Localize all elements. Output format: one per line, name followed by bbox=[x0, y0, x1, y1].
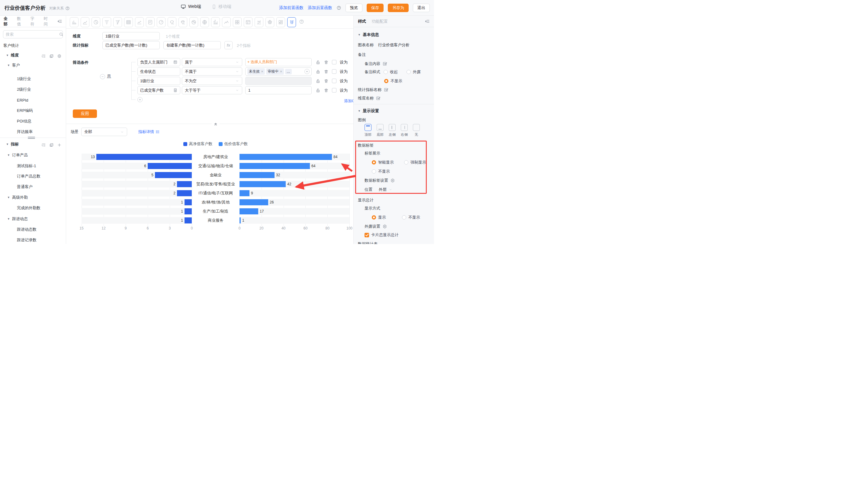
remove-tag-icon[interactable]: ✕ bbox=[280, 70, 282, 73]
charttype-bar-label-button[interactable] bbox=[211, 17, 220, 27]
collapse-panel-icon[interactable] bbox=[57, 19, 62, 24]
sidebar-item-跟进动态数[interactable]: 跟进动态数 bbox=[17, 226, 36, 233]
lock-open-icon[interactable] bbox=[316, 88, 320, 93]
bar-right[interactable] bbox=[240, 181, 286, 187]
scene-select[interactable]: 全部 bbox=[81, 127, 127, 136]
bar-left[interactable] bbox=[177, 181, 192, 187]
charttype-compare-list-button[interactable] bbox=[287, 17, 296, 27]
tab-web[interactable]: Web端 bbox=[181, 4, 201, 9]
radio-hide-total[interactable] bbox=[402, 215, 406, 220]
remove-tag-icon[interactable]: ✕ bbox=[261, 70, 264, 73]
trash-icon[interactable] bbox=[324, 60, 329, 65]
bar-left[interactable] bbox=[185, 208, 192, 214]
indent-tree-icon[interactable] bbox=[41, 143, 46, 147]
tab-style[interactable]: 样式 bbox=[358, 19, 366, 24]
gear-icon[interactable] bbox=[390, 178, 395, 183]
lock-closed-icon[interactable] bbox=[316, 69, 320, 74]
gear-icon[interactable] bbox=[382, 224, 387, 229]
bar-right[interactable] bbox=[240, 154, 332, 160]
sidebar-item-普通客户[interactable]: 普通客户 bbox=[17, 183, 33, 190]
more-tags[interactable]: … bbox=[285, 69, 292, 75]
sidebar-item-2级行业[interactable]: 2级行业 bbox=[17, 86, 31, 93]
legend-position-none[interactable]: 无 bbox=[413, 124, 420, 137]
help-icon[interactable] bbox=[336, 5, 341, 10]
help-icon[interactable] bbox=[65, 6, 70, 10]
radio-collapse[interactable] bbox=[383, 70, 388, 74]
save-as-button[interactable]: 另存为 bbox=[388, 4, 409, 12]
bar-left[interactable] bbox=[177, 190, 192, 196]
settings-gear-icon[interactable] bbox=[57, 54, 62, 58]
card-total-checkbox[interactable] bbox=[365, 233, 369, 237]
add-filter-button[interactable] bbox=[137, 97, 143, 102]
object-relation-link[interactable]: 对象关系 bbox=[49, 6, 64, 11]
tab-mobile[interactable]: 移动端 bbox=[211, 4, 231, 9]
metric-field[interactable]: 创建客户数(唯一计数) bbox=[163, 41, 221, 49]
filter-value[interactable]: + 选择人员和部门 bbox=[245, 58, 312, 66]
sidebar-item-ERPId[interactable]: ERPId bbox=[17, 97, 28, 104]
sidebar-item-高级外勤[interactable]: ▼高级外勤 bbox=[7, 194, 28, 201]
add-tag-button[interactable] bbox=[304, 69, 310, 74]
add-pre-function-link[interactable]: 添加前置函数 bbox=[279, 5, 304, 10]
edit-icon[interactable] bbox=[376, 96, 380, 101]
set-as-checkbox[interactable] bbox=[332, 88, 336, 92]
legend-position-left[interactable]: 左侧 bbox=[389, 124, 396, 137]
charttype-table-button[interactable] bbox=[124, 17, 133, 27]
sidebar-resize-handle[interactable] bbox=[0, 138, 66, 138]
filter-operator-select[interactable]: 属于 bbox=[182, 58, 242, 66]
apply-button[interactable]: 应用 bbox=[73, 110, 97, 118]
exit-button[interactable]: 退出 bbox=[413, 4, 430, 12]
bar-right[interactable] bbox=[240, 172, 275, 178]
filter-operator-select[interactable]: 大于等于 bbox=[182, 86, 242, 94]
set-as-checkbox[interactable] bbox=[332, 79, 336, 83]
and-connector[interactable]: 且 bbox=[100, 74, 111, 79]
sidebar-item-POI信息[interactable]: POI信息 bbox=[17, 118, 31, 124]
legend-item[interactable]: 低价值客户数 bbox=[219, 141, 248, 147]
filter-field-select[interactable]: 负责人主属部门 bbox=[137, 58, 180, 66]
legend-item[interactable]: 高净值客户数 bbox=[183, 141, 213, 147]
radio-smart-display[interactable] bbox=[372, 160, 376, 165]
set-as-checkbox[interactable] bbox=[332, 60, 336, 64]
bar-left[interactable] bbox=[148, 163, 192, 169]
charttype-funnel-button[interactable] bbox=[102, 17, 111, 27]
tab-string[interactable]: 字符 bbox=[31, 16, 37, 27]
position-value[interactable]: 外层 bbox=[379, 187, 386, 192]
radio-show-total[interactable] bbox=[372, 215, 376, 220]
toolbar-help-icon[interactable] bbox=[299, 19, 304, 25]
batch-check-icon[interactable] bbox=[49, 143, 54, 147]
sidebar-item-订单产品总数[interactable]: 订单产品总数 bbox=[17, 173, 40, 180]
sidebar-item-跟进动态[interactable]: ▼跟进动态 bbox=[7, 216, 28, 222]
edit-icon[interactable] bbox=[383, 87, 389, 92]
charttype-map-cn-button[interactable]: CN bbox=[167, 17, 176, 27]
bar-right[interactable] bbox=[240, 218, 241, 224]
add-or-link[interactable]: 添加OR bbox=[344, 98, 353, 104]
fx-button[interactable]: fx bbox=[224, 41, 232, 49]
bar-right[interactable] bbox=[240, 199, 268, 205]
trash-icon[interactable] bbox=[324, 79, 329, 83]
filter-value[interactable]: 1 bbox=[245, 86, 312, 94]
filter-field-select[interactable]: 1级行业 bbox=[137, 77, 180, 85]
metric-field[interactable]: 已成交客户数(唯一计数) bbox=[102, 41, 160, 49]
filter-tag[interactable]: 未生效✕ bbox=[247, 68, 265, 75]
set-as-checkbox[interactable] bbox=[332, 69, 336, 74]
sidebar-item-测试指标-1[interactable]: 测试指标-1 bbox=[17, 163, 36, 169]
charttype-table-layout-button[interactable] bbox=[244, 17, 252, 27]
sidebar-item-1级行业[interactable]: 1级行业 bbox=[17, 76, 31, 82]
edit-icon[interactable] bbox=[382, 61, 387, 66]
legend-position-bottom[interactable]: 底部 bbox=[377, 124, 383, 137]
filter-tag[interactable]: 审核中✕ bbox=[266, 68, 284, 75]
bar-left[interactable] bbox=[185, 218, 192, 224]
sidebar-item-客户[interactable]: ▼客户 bbox=[7, 62, 20, 69]
charttype-gauge-button[interactable] bbox=[157, 17, 165, 27]
bar-right[interactable] bbox=[240, 208, 258, 214]
trash-icon[interactable] bbox=[324, 88, 329, 93]
tab-function[interactable]: 功能配置 bbox=[371, 19, 388, 24]
add-plus-icon[interactable] bbox=[57, 143, 62, 147]
dimension-field[interactable]: 1级行业 bbox=[102, 32, 160, 40]
lock-open-icon[interactable] bbox=[316, 60, 320, 65]
search-input[interactable] bbox=[6, 32, 59, 36]
select-people-link[interactable]: + 选择人员和部门 bbox=[247, 60, 277, 65]
charttype-radar-button[interactable] bbox=[266, 17, 274, 27]
sidebar-item-ERP编码[interactable]: ERP编码 bbox=[17, 107, 33, 114]
radio-hide-note[interactable] bbox=[384, 79, 389, 83]
charttype-globe-button[interactable] bbox=[200, 17, 209, 27]
